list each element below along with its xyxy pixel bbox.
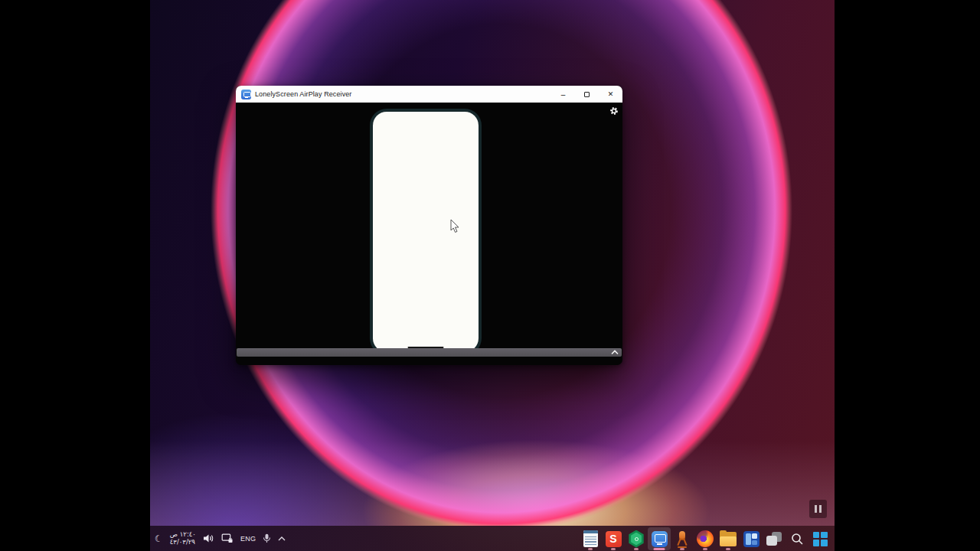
taskbar-item-search[interactable] [786,527,808,550]
window-titlebar[interactable]: LonelyScreen AirPlay Receiver – ✕ [236,86,622,103]
settings-gear-icon[interactable] [609,105,619,114]
notepad-icon [583,530,598,547]
taskbar-item-file-explorer[interactable] [717,527,740,550]
taskbar-item-firefox[interactable] [694,527,717,550]
taskbar-item-sublime-text[interactable]: S [602,527,625,550]
active-indicator [654,548,665,549]
taskbar-item-widgets[interactable] [740,527,763,550]
firefox-icon [697,530,714,547]
screen: ☾ ١٢:٤٠ ص ٤٣/٠٣/٢٩ [0,0,980,551]
microphone-app-icon [674,530,691,548]
language-indicator[interactable]: ENG [240,535,256,543]
mirror-canvas [236,103,622,357]
tray-clock[interactable]: ١٢:٤٠ ص ٤٣/٠٣/٢٩ [170,531,196,546]
file-explorer-icon [720,532,737,546]
volume-icon[interactable] [203,533,214,543]
search-icon [791,533,804,546]
taskbar-item-notepad[interactable] [579,527,602,550]
tray-date: ٤٣/٠٣/٢٩ [170,539,195,546]
task-view-icon [766,530,782,547]
taskbar-item-microphone-app[interactable] [671,527,694,550]
window-controls: – ✕ [551,86,622,103]
system-tray: ☾ ١٢:٤٠ ص ٤٣/٠٣/٢٩ [155,526,286,551]
letterbox-right [835,0,980,551]
minimize-button[interactable]: – [551,86,575,103]
running-indicator [634,548,639,549]
green-hexagon-app-icon [629,530,645,548]
taskbar-item-task-view[interactable] [763,527,786,550]
taskbar: ☾ ١٢:٤٠ ص ٤٣/٠٣/٢٩ [150,526,835,551]
lonelyscreen-titlebar-icon [241,90,251,99]
running-indicator [588,548,593,549]
lonelyscreen-window: LonelyScreen AirPlay Receiver – ✕ [236,86,622,365]
mirrored-phone-frame [370,109,482,355]
taskbar-item-lonelyscreen[interactable] [648,527,671,550]
network-icon[interactable] [221,533,234,544]
taskbar-item-start[interactable] [808,527,831,550]
running-indicator [703,548,707,549]
hidden-icons-chevron[interactable] [278,536,286,541]
running-indicator [726,548,730,549]
letterbox-left [0,0,150,551]
focus-assist-moon-icon[interactable]: ☾ [155,534,163,543]
video-pause-icon[interactable] [809,500,827,518]
microphone-tray-icon[interactable] [263,533,271,543]
chevron-up-icon [611,350,619,355]
running-indicator [680,548,684,549]
lonelyscreen-icon [652,531,668,547]
taskbar-apps: S [579,527,831,551]
close-button[interactable]: ✕ [599,86,622,103]
taskbar-item-green-hexagon-app[interactable] [625,527,648,550]
maximize-button[interactable] [575,86,599,103]
window-title: LonelyScreen AirPlay Receiver [255,90,351,98]
mouse-cursor [450,219,460,236]
running-indicator [611,548,616,549]
mirrored-phone-screen [373,112,479,352]
windows-start-icon [813,532,828,546]
widgets-icon [743,531,760,547]
sublime-text-icon: S [606,531,622,547]
expand-toolbar[interactable] [237,348,622,357]
